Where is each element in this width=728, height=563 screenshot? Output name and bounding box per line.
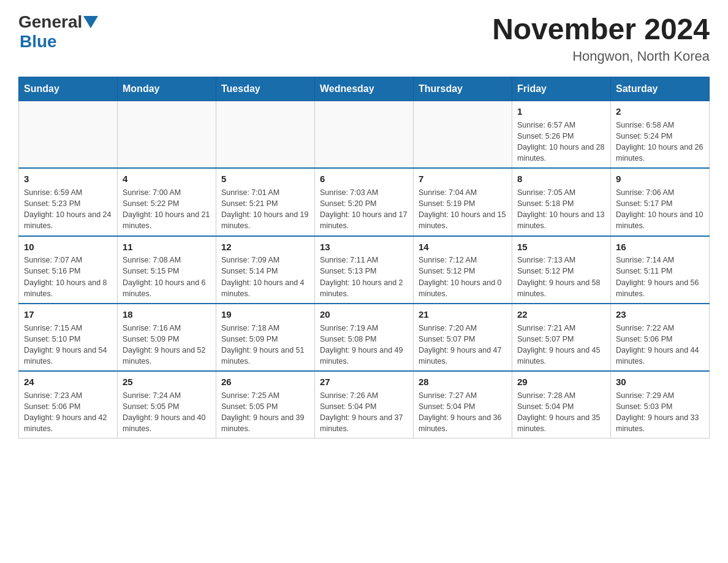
day-number: 15 xyxy=(517,240,605,254)
calendar-day-cell: 28Sunrise: 7:27 AM Sunset: 5:04 PM Dayli… xyxy=(414,371,512,439)
calendar-day-cell: 4Sunrise: 7:00 AM Sunset: 5:22 PM Daylig… xyxy=(118,168,216,236)
day-info: Sunrise: 7:05 AM Sunset: 5:18 PM Dayligh… xyxy=(517,187,605,232)
calendar-day-cell: 22Sunrise: 7:21 AM Sunset: 5:07 PM Dayli… xyxy=(512,304,611,371)
calendar-day-cell: 14Sunrise: 7:12 AM Sunset: 5:12 PM Dayli… xyxy=(414,236,512,304)
day-info: Sunrise: 7:20 AM Sunset: 5:07 PM Dayligh… xyxy=(419,323,507,367)
calendar-day-cell: 23Sunrise: 7:22 AM Sunset: 5:06 PM Dayli… xyxy=(611,304,710,371)
calendar-day-cell: 3Sunrise: 6:59 AM Sunset: 5:23 PM Daylig… xyxy=(19,168,118,236)
logo-general-text: General xyxy=(18,12,82,32)
calendar-day-cell: 12Sunrise: 7:09 AM Sunset: 5:14 PM Dayli… xyxy=(216,236,315,304)
calendar-header-sunday: Sunday xyxy=(19,77,118,101)
day-info: Sunrise: 7:27 AM Sunset: 5:04 PM Dayligh… xyxy=(419,390,507,435)
calendar-header-thursday: Thursday xyxy=(414,77,512,101)
day-info: Sunrise: 7:12 AM Sunset: 5:12 PM Dayligh… xyxy=(419,255,507,299)
day-info: Sunrise: 7:03 AM Sunset: 5:20 PM Dayligh… xyxy=(320,187,408,232)
day-number: 30 xyxy=(616,375,704,389)
calendar-week-4: 17Sunrise: 7:15 AM Sunset: 5:10 PM Dayli… xyxy=(19,304,710,371)
day-info: Sunrise: 7:25 AM Sunset: 5:05 PM Dayligh… xyxy=(221,390,309,435)
calendar-day-cell: 6Sunrise: 7:03 AM Sunset: 5:20 PM Daylig… xyxy=(315,168,414,236)
logo-triangle-icon xyxy=(83,16,98,28)
calendar-day-cell: 25Sunrise: 7:24 AM Sunset: 5:05 PM Dayli… xyxy=(118,371,216,439)
day-info: Sunrise: 6:57 AM Sunset: 5:26 PM Dayligh… xyxy=(517,120,605,164)
day-number: 17 xyxy=(24,308,112,321)
location-text: Hongwon, North Korea xyxy=(492,48,710,64)
calendar-week-1: 1Sunrise: 6:57 AM Sunset: 5:26 PM Daylig… xyxy=(19,101,710,169)
calendar-day-cell: 10Sunrise: 7:07 AM Sunset: 5:16 PM Dayli… xyxy=(19,236,118,304)
calendar-day-cell: 13Sunrise: 7:11 AM Sunset: 5:13 PM Dayli… xyxy=(315,236,414,304)
day-number: 9 xyxy=(616,172,704,186)
calendar-day-cell xyxy=(315,101,414,169)
day-info: Sunrise: 6:58 AM Sunset: 5:24 PM Dayligh… xyxy=(616,120,704,164)
day-number: 27 xyxy=(320,375,408,389)
day-number: 23 xyxy=(616,308,704,321)
day-number: 1 xyxy=(517,105,605,118)
calendar-day-cell: 5Sunrise: 7:01 AM Sunset: 5:21 PM Daylig… xyxy=(216,168,315,236)
calendar-header-row: SundayMondayTuesdayWednesdayThursdayFrid… xyxy=(19,77,710,101)
calendar-day-cell: 11Sunrise: 7:08 AM Sunset: 5:15 PM Dayli… xyxy=(118,236,216,304)
day-info: Sunrise: 7:04 AM Sunset: 5:19 PM Dayligh… xyxy=(419,187,507,232)
calendar-week-5: 24Sunrise: 7:23 AM Sunset: 5:06 PM Dayli… xyxy=(19,371,710,439)
calendar-day-cell: 17Sunrise: 7:15 AM Sunset: 5:10 PM Dayli… xyxy=(19,304,118,371)
day-number: 3 xyxy=(24,172,112,186)
calendar-day-cell: 15Sunrise: 7:13 AM Sunset: 5:12 PM Dayli… xyxy=(512,236,611,304)
day-number: 13 xyxy=(320,240,408,254)
calendar-day-cell: 26Sunrise: 7:25 AM Sunset: 5:05 PM Dayli… xyxy=(216,371,315,439)
page-header: General Blue November 2024 Hongwon, Nort… xyxy=(18,12,710,64)
title-section: November 2024 Hongwon, North Korea xyxy=(492,12,710,64)
day-info: Sunrise: 7:19 AM Sunset: 5:08 PM Dayligh… xyxy=(320,323,408,367)
day-number: 26 xyxy=(221,375,309,389)
day-info: Sunrise: 7:22 AM Sunset: 5:06 PM Dayligh… xyxy=(616,323,704,367)
day-info: Sunrise: 7:00 AM Sunset: 5:22 PM Dayligh… xyxy=(123,187,211,232)
day-number: 18 xyxy=(123,308,211,321)
day-info: Sunrise: 7:13 AM Sunset: 5:12 PM Dayligh… xyxy=(517,255,605,299)
calendar-day-cell xyxy=(118,101,216,169)
calendar-day-cell: 8Sunrise: 7:05 AM Sunset: 5:18 PM Daylig… xyxy=(512,168,611,236)
calendar-table: SundayMondayTuesdayWednesdayThursdayFrid… xyxy=(18,77,710,439)
day-info: Sunrise: 7:24 AM Sunset: 5:05 PM Dayligh… xyxy=(123,390,211,435)
day-info: Sunrise: 6:59 AM Sunset: 5:23 PM Dayligh… xyxy=(24,187,112,232)
calendar-day-cell: 2Sunrise: 6:58 AM Sunset: 5:24 PM Daylig… xyxy=(611,101,710,169)
day-number: 4 xyxy=(123,172,211,186)
day-info: Sunrise: 7:29 AM Sunset: 5:03 PM Dayligh… xyxy=(616,390,704,435)
day-number: 8 xyxy=(517,172,605,186)
calendar-day-cell: 7Sunrise: 7:04 AM Sunset: 5:19 PM Daylig… xyxy=(414,168,512,236)
day-number: 14 xyxy=(419,240,507,254)
calendar-day-cell: 18Sunrise: 7:16 AM Sunset: 5:09 PM Dayli… xyxy=(118,304,216,371)
calendar-day-cell: 16Sunrise: 7:14 AM Sunset: 5:11 PM Dayli… xyxy=(611,236,710,304)
day-info: Sunrise: 7:06 AM Sunset: 5:17 PM Dayligh… xyxy=(616,187,704,232)
day-info: Sunrise: 7:07 AM Sunset: 5:16 PM Dayligh… xyxy=(24,255,112,299)
calendar-day-cell: 9Sunrise: 7:06 AM Sunset: 5:17 PM Daylig… xyxy=(611,168,710,236)
day-info: Sunrise: 7:21 AM Sunset: 5:07 PM Dayligh… xyxy=(517,323,605,367)
day-number: 19 xyxy=(221,308,309,321)
calendar-day-cell: 21Sunrise: 7:20 AM Sunset: 5:07 PM Dayli… xyxy=(414,304,512,371)
calendar-week-3: 10Sunrise: 7:07 AM Sunset: 5:16 PM Dayli… xyxy=(19,236,710,304)
day-number: 5 xyxy=(221,172,309,186)
day-info: Sunrise: 7:18 AM Sunset: 5:09 PM Dayligh… xyxy=(221,323,309,367)
day-number: 12 xyxy=(221,240,309,254)
month-title: November 2024 xyxy=(492,12,710,46)
day-number: 25 xyxy=(123,375,211,389)
day-info: Sunrise: 7:09 AM Sunset: 5:14 PM Dayligh… xyxy=(221,255,309,299)
calendar-day-cell: 1Sunrise: 6:57 AM Sunset: 5:26 PM Daylig… xyxy=(512,101,611,169)
day-number: 11 xyxy=(123,240,211,254)
calendar-day-cell xyxy=(216,101,315,169)
day-number: 22 xyxy=(517,308,605,321)
day-number: 20 xyxy=(320,308,408,321)
calendar-day-cell: 30Sunrise: 7:29 AM Sunset: 5:03 PM Dayli… xyxy=(611,371,710,439)
calendar-day-cell: 19Sunrise: 7:18 AM Sunset: 5:09 PM Dayli… xyxy=(216,304,315,371)
day-info: Sunrise: 7:28 AM Sunset: 5:04 PM Dayligh… xyxy=(517,390,605,435)
calendar-day-cell xyxy=(414,101,512,169)
day-number: 6 xyxy=(320,172,408,186)
calendar-header-monday: Monday xyxy=(118,77,216,101)
day-number: 10 xyxy=(24,240,112,254)
day-number: 24 xyxy=(24,375,112,389)
calendar-header-friday: Friday xyxy=(512,77,611,101)
calendar-header-saturday: Saturday xyxy=(611,77,710,101)
day-info: Sunrise: 7:11 AM Sunset: 5:13 PM Dayligh… xyxy=(320,255,408,299)
day-info: Sunrise: 7:15 AM Sunset: 5:10 PM Dayligh… xyxy=(24,323,112,367)
logo: General Blue xyxy=(18,12,99,52)
day-number: 29 xyxy=(517,375,605,389)
calendar-header-wednesday: Wednesday xyxy=(315,77,414,101)
calendar-header-tuesday: Tuesday xyxy=(216,77,315,101)
calendar-day-cell: 29Sunrise: 7:28 AM Sunset: 5:04 PM Dayli… xyxy=(512,371,611,439)
